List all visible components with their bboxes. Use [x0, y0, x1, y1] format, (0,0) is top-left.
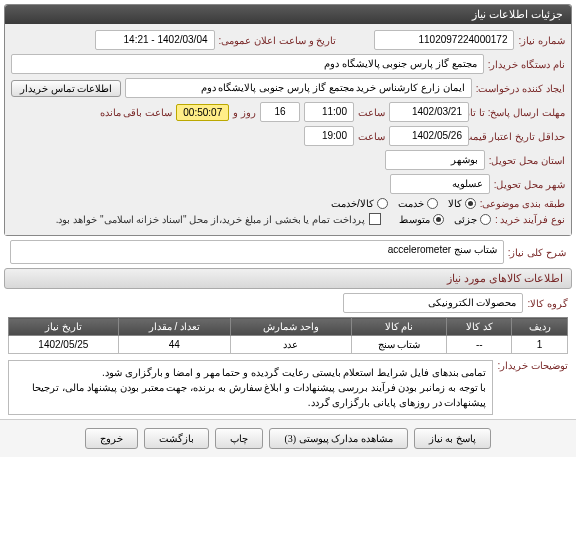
lbl-day-and: روز و: [233, 107, 256, 118]
radio-option[interactable]: کالا/خدمت: [331, 198, 388, 209]
contact-buyer-button[interactable]: اطلاعات تماس خریدار: [11, 80, 121, 97]
radio-circle-icon: [480, 214, 491, 225]
val-city: عسلویه: [390, 174, 490, 194]
val-validity-date: 1402/05/26: [389, 126, 469, 146]
table-cell: --: [447, 336, 512, 354]
lbl-notes: توضیحات خریدار:: [497, 360, 568, 371]
val-deadline-date: 1402/03/21: [389, 102, 469, 122]
lbl-need-no: شماره نیاز:: [518, 35, 565, 46]
table-header-cell: نام کالا: [351, 318, 447, 336]
respond-button[interactable]: پاسخ به نیاز: [414, 428, 491, 449]
val-validity-time: 19:00: [304, 126, 354, 146]
lbl-general-desc: شرح کلی نیاز:: [508, 247, 566, 258]
lbl-city: شهر محل تحویل:: [494, 179, 565, 190]
val-need-no: 1102097224000172: [374, 30, 514, 50]
lbl-process: نوع فرآیند خرید :: [495, 214, 565, 225]
val-goods-group: محصولات الکترونیکی: [343, 293, 523, 313]
table-header-row: ردیفکد کالانام کالاواحد شمارشتعداد / مقد…: [9, 318, 568, 336]
radio-circle-icon: [377, 198, 388, 209]
lbl-pay-note: پرداخت تمام یا بخشی از مبلغ خرید،از محل …: [56, 214, 365, 225]
table-cell: 1: [512, 336, 568, 354]
lbl-public-date: تاریخ و ساعت اعلان عمومی:: [219, 35, 337, 46]
radio-option[interactable]: کالا: [448, 198, 476, 209]
val-deadline-time: 11:00: [304, 102, 354, 122]
lbl-time2: ساعت: [358, 131, 385, 142]
need-details-panel: جزئیات اطلاعات نیاز شماره نیاز: 11020972…: [4, 4, 572, 236]
val-general-desc: شتاب سنج accelerometer: [10, 240, 504, 264]
category-radio-group: کالاخدمتکالا/خدمت: [331, 198, 476, 209]
back-button[interactable]: بازگشت: [144, 428, 209, 449]
lbl-province: استان محل تحویل:: [489, 155, 565, 166]
table-cell: 1402/05/25: [9, 336, 119, 354]
exit-button[interactable]: خروج: [85, 428, 138, 449]
radio-label: متوسط: [399, 214, 430, 225]
table-header-cell: ردیف: [512, 318, 568, 336]
table-cell: عدد: [230, 336, 351, 354]
val-province: بوشهر: [385, 150, 485, 170]
lbl-validity: حداقل تاریخ اعتبار قیمت: تا تاریخ:: [473, 131, 565, 142]
table-header-cell: کد کالا: [447, 318, 512, 336]
print-button[interactable]: چاپ: [215, 428, 263, 449]
lbl-buyer-org: نام دستگاه خریدار:: [488, 59, 565, 70]
radio-circle-icon: [465, 198, 476, 209]
radio-option[interactable]: متوسط: [399, 214, 444, 225]
lbl-requester: ایجاد کننده درخواست:: [476, 83, 565, 94]
countdown-timer: 00:50:07: [176, 104, 229, 121]
table-header-cell: واحد شمارش: [230, 318, 351, 336]
table-header-cell: تاریخ نیاز: [9, 318, 119, 336]
panel-body: شماره نیاز: 1102097224000172 تاریخ و ساع…: [5, 24, 571, 235]
val-public-date: 1402/03/04 - 14:21: [95, 30, 215, 50]
radio-circle-icon: [433, 214, 444, 225]
table-cell: شتاب سنج: [351, 336, 447, 354]
val-requester: ایمان زارع کارشناس خرید مجتمع گاز پارس ج…: [125, 78, 472, 98]
lbl-time1: ساعت: [358, 107, 385, 118]
radio-label: جزئی: [454, 214, 477, 225]
goods-table: ردیفکد کالانام کالاواحد شمارشتعداد / مقد…: [8, 317, 568, 354]
treasury-checkbox[interactable]: [369, 213, 381, 225]
desc-panel: شرح کلی نیاز: شتاب سنج accelerometer: [4, 240, 572, 264]
footer-button-bar: پاسخ به نیاز مشاهده مدارک پیوستی (3) چاپ…: [0, 419, 576, 457]
radio-option[interactable]: جزئی: [454, 214, 491, 225]
panel-header: جزئیات اطلاعات نیاز: [5, 5, 571, 24]
process-radio-group: جزئیمتوسط: [399, 214, 491, 225]
lbl-category: طبقه بندی موضوعی:: [480, 198, 565, 209]
table-cell: 44: [118, 336, 230, 354]
radio-label: کالا/خدمت: [331, 198, 374, 209]
val-buyer-org: مجتمع گاز پارس جنوبی پالایشگاه دوم: [11, 54, 484, 74]
view-docs-button[interactable]: مشاهده مدارک پیوستی (3): [269, 428, 407, 449]
radio-circle-icon: [427, 198, 438, 209]
table-row[interactable]: 1--شتاب سنجعدد441402/05/25: [9, 336, 568, 354]
lbl-deadline: مهلت ارسال پاسخ: تا تاریخ:: [473, 107, 565, 118]
val-days-left: 16: [260, 102, 300, 122]
radio-label: خدمت: [398, 198, 424, 209]
lbl-goods-group: گروه کالا:: [527, 298, 568, 309]
radio-label: کالا: [448, 198, 462, 209]
table-header-cell: تعداد / مقدار: [118, 318, 230, 336]
buyer-notes-box: تمامی بندهای فایل شرایط استعلام بایستی ر…: [8, 360, 493, 415]
radio-option[interactable]: خدمت: [398, 198, 438, 209]
lbl-time-remain: ساعت باقی مانده: [100, 107, 173, 118]
goods-section-title: اطلاعات کالاهای مورد نیاز: [4, 268, 572, 289]
